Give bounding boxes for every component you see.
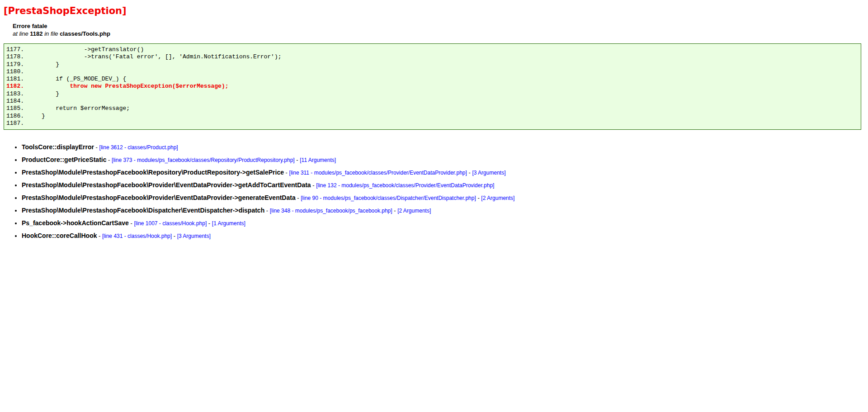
separator: - — [296, 194, 301, 201]
trace-file-link[interactable]: [line 90 - modules/ps_facebook/classes/D… — [301, 195, 476, 201]
page-title: [PrestaShopException] — [4, 5, 864, 17]
separator: - — [311, 182, 316, 189]
code-line: 1186. } — [6, 113, 45, 119]
separator: - — [284, 169, 289, 176]
code-line: 1178. ->trans('Fatal error', [], 'Admin.… — [6, 53, 282, 60]
code-line: 1184. — [6, 98, 28, 104]
at-line-label: at line — [13, 30, 28, 37]
stack-trace-item: PrestaShop\Module\PrestashopFacebook\Pro… — [22, 181, 864, 189]
trace-args-link[interactable]: [2 Arguments] — [397, 208, 431, 214]
separator: - — [97, 232, 102, 239]
error-line-number: 1182 — [30, 30, 42, 37]
separator: - — [392, 207, 398, 214]
error-summary: Errore fataleat line 1182 in file classe… — [4, 22, 864, 38]
trace-function-name: ProductCore::getPriceStatic — [22, 156, 106, 163]
separator: - — [129, 220, 134, 227]
in-file-label: in file — [44, 30, 58, 37]
separator: - — [476, 194, 481, 201]
code-line-highlighted: 1182. throw new PrestaShopException($err… — [6, 83, 228, 90]
stack-trace-list: ToolsCore::displayError - [line 3612 - c… — [4, 143, 864, 240]
trace-args-link[interactable]: [3 Arguments] — [177, 233, 211, 239]
trace-function-name: PrestaShop\Module\PrestashopFacebook\Dis… — [22, 207, 264, 214]
trace-file-link[interactable]: [line 311 - modules/ps_facebook/classes/… — [289, 170, 467, 176]
error-message: Errore fatale — [13, 23, 47, 29]
code-line: 1179. } — [6, 61, 59, 68]
trace-function-name: PrestaShop\Module\PrestashopFacebook\Pro… — [22, 194, 296, 201]
stack-trace-item: ProductCore::getPriceStatic - [line 373 … — [22, 156, 864, 164]
code-line: 1183. } — [6, 90, 59, 97]
trace-args-link[interactable]: [1 Arguments] — [212, 220, 245, 227]
separator: - — [264, 207, 270, 214]
exception-page: [PrestaShopException] Errore fataleat li… — [4, 5, 864, 240]
trace-file-link[interactable]: [line 1007 - classes/Hook.php] — [134, 220, 207, 227]
trace-file-link[interactable]: [line 431 - classes/Hook.php] — [102, 233, 172, 239]
trace-args-link[interactable]: [2 Arguments] — [481, 195, 514, 201]
code-line: 1187. — [6, 120, 28, 127]
stack-trace-item: HookCore::coreCallHook - [line 431 - cla… — [22, 232, 864, 240]
separator: - — [106, 156, 112, 163]
separator: - — [207, 220, 212, 227]
trace-args-link[interactable]: [11 Arguments] — [300, 157, 336, 163]
code-line: 1177. ->getTranslator() — [6, 46, 144, 53]
stack-trace-item: PrestaShop\Module\PrestashopFacebook\Pro… — [22, 194, 864, 202]
separator: - — [295, 156, 300, 163]
trace-function-name: PrestaShop\Module\PrestashopFacebook\Pro… — [22, 181, 311, 189]
trace-args-link[interactable]: [3 Arguments] — [472, 170, 505, 176]
trace-file-link[interactable]: [line 132 - modules/ps_facebook/classes/… — [316, 182, 494, 189]
error-file-path: classes/Tools.php — [60, 30, 110, 37]
code-excerpt: 1177. ->getTranslator() 1178. ->trans('F… — [4, 43, 861, 130]
code-line: 1180. — [6, 68, 28, 75]
stack-trace-item: PrestaShop\Module\PrestashopFacebook\Rep… — [22, 169, 864, 177]
trace-function-name: ToolsCore::displayError — [22, 143, 94, 151]
code-line: 1181. if (_PS_MODE_DEV_) { — [6, 76, 126, 82]
trace-file-link[interactable]: [line 373 - modules/ps_facebook/classes/… — [112, 157, 295, 163]
stack-trace-item: Ps_facebook->hookActionCartSave - [line … — [22, 219, 864, 227]
stack-trace-item: ToolsCore::displayError - [line 3612 - c… — [22, 143, 864, 152]
trace-file-link[interactable]: [line 348 - modules/ps_facebook/ps_faceb… — [270, 208, 392, 214]
separator: - — [467, 169, 472, 176]
stack-trace-item: PrestaShop\Module\PrestashopFacebook\Dis… — [22, 207, 864, 215]
trace-function-name: Ps_facebook->hookActionCartSave — [22, 219, 129, 227]
trace-file-link[interactable]: [line 3612 - classes/Product.php] — [99, 144, 178, 151]
trace-function-name: HookCore::coreCallHook — [22, 232, 97, 239]
trace-function-name: PrestaShop\Module\PrestashopFacebook\Rep… — [22, 169, 284, 176]
separator: - — [94, 144, 99, 151]
code-line: 1185. return $errorMessage; — [6, 105, 130, 112]
separator: - — [172, 232, 177, 239]
